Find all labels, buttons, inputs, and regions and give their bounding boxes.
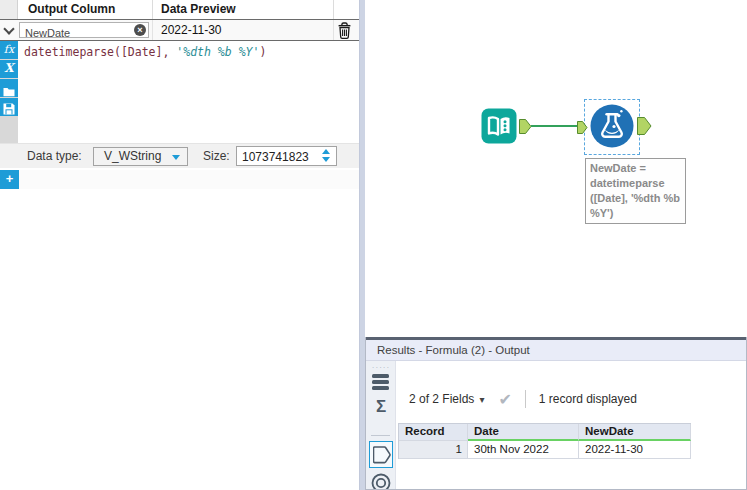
alteryx-designer-window: Output Column Data Preview × 2022-11-30 (0, 0, 747, 490)
datatype-value: V_WString (104, 149, 161, 163)
record-count-label: 1 record displayed (539, 392, 637, 406)
fields-dropdown[interactable]: 2 of 2 Fields (409, 392, 474, 406)
grip-dots-icon[interactable]: ····· (366, 363, 396, 372)
data-preview-value: 2022-11-30 (161, 20, 222, 40)
formula-code: datetimeparse([Date], '%dth %b %Y') (24, 45, 266, 59)
formula-code-head: datetimeparse([Date], (24, 45, 176, 59)
results-panel: Results - Formula (2) - Output ····· Σ (365, 337, 747, 490)
open-saved-expression-button[interactable] (0, 79, 18, 97)
config-grid-header: Output Column Data Preview (0, 0, 360, 20)
size-input[interactable] (237, 148, 313, 166)
tool-annotation[interactable]: NewDate = datetimeparse ([Date], '%dth %… (585, 158, 686, 224)
input-tool-output-anchor[interactable] (519, 119, 532, 138)
formula-tool[interactable] (589, 103, 635, 153)
functions-button[interactable]: fx (0, 41, 18, 59)
concentric-circles-icon (371, 473, 391, 490)
row-separator (152, 20, 153, 40)
record-number-cell: 1 (399, 441, 468, 459)
delete-expression-button[interactable] (337, 22, 352, 43)
profile-sigma-button[interactable]: Σ (366, 397, 396, 417)
trash-icon (337, 22, 352, 39)
output-column-field[interactable]: × (19, 22, 149, 38)
stepper-up-icon[interactable] (322, 149, 330, 154)
input-data-tool[interactable] (481, 108, 517, 148)
column-header-record[interactable]: Record (399, 424, 468, 441)
chevron-down-icon[interactable]: ▾ (479, 394, 484, 405)
column-header-newdate[interactable]: NewDate (579, 424, 691, 441)
results-icon-rail: ····· Σ (366, 361, 396, 490)
input-anchor-icon (577, 121, 588, 134)
clear-icon[interactable]: × (134, 24, 146, 36)
size-field[interactable] (236, 146, 337, 166)
save-icon (3, 103, 15, 115)
row-separator (333, 20, 334, 40)
table-header-row: Record Date NewDate (399, 424, 691, 441)
formula-tool-input-anchor[interactable] (577, 120, 588, 138)
datatype-select[interactable]: V_WString (93, 147, 188, 166)
stepper-down-icon[interactable] (322, 157, 330, 162)
formula-config-panel: Output Column Data Preview × 2022-11-30 (0, 0, 360, 490)
output-anchor-icon (637, 117, 652, 135)
x-variable-icon: X (4, 61, 13, 75)
chevron-down-icon (172, 155, 180, 160)
formula-expression-row[interactable]: × 2022-11-30 (0, 20, 360, 41)
size-label: Size: (203, 144, 230, 169)
output-column-input[interactable] (20, 26, 128, 40)
apply-check-icon[interactable]: ✔ (498, 390, 511, 409)
grid-corner-cell (0, 0, 18, 19)
newdate-cell: 2022-11-30 (579, 441, 691, 459)
table-row[interactable]: 1 30th Nov 2022 2022-11-30 (399, 441, 691, 459)
bars-icon (372, 374, 389, 378)
toolbar-separator (525, 390, 526, 408)
header-separator (333, 0, 334, 19)
connection-line[interactable] (531, 125, 580, 127)
add-expression-row (19, 170, 360, 189)
metadata-view-button[interactable] (371, 473, 391, 490)
results-toolbar: 2 of 2 Fields ▾ ✔ 1 record displayed (409, 389, 637, 409)
chevron-down-icon[interactable] (3, 23, 14, 34)
variables-button[interactable]: X (0, 60, 18, 78)
formula-expression-editor[interactable]: datetimeparse([Date], '%dth %b %Y') (18, 41, 359, 143)
sigma-icon: Σ (376, 397, 386, 416)
datatype-label: Data type: (27, 144, 82, 169)
folder-icon (3, 87, 15, 97)
pentagon-icon (373, 445, 391, 465)
add-expression-button[interactable]: + (0, 170, 19, 189)
date-cell: 30th Nov 2022 (468, 441, 579, 459)
table-view-button[interactable] (372, 374, 389, 392)
data-preview-header: Data Preview (161, 0, 236, 19)
results-content: 2 of 2 Fields ▾ ✔ 1 record displayed Rec… (397, 361, 747, 490)
output-column-header: Output Column (28, 0, 115, 19)
column-header-date[interactable]: Date (468, 424, 579, 441)
header-separator (152, 0, 153, 19)
formula-code-string: '%dth %b %Y' (176, 45, 259, 59)
workflow-canvas[interactable]: NewDate = datetimeparse ([Date], '%dth %… (365, 0, 747, 337)
formula-code-tail: ) (259, 45, 266, 59)
fx-icon: fx (4, 43, 14, 56)
results-panel-title: Results - Formula (2) - Output (366, 340, 746, 361)
input-data-icon (481, 108, 517, 144)
rail-divider (371, 435, 390, 436)
datatype-row: Data type: V_WString Size: (0, 143, 360, 168)
data-view-button-selected[interactable] (369, 441, 393, 468)
results-table: Record Date NewDate 1 30th Nov 2022 2022… (398, 423, 691, 459)
formula-tool-output-anchor[interactable] (637, 117, 652, 139)
size-stepper[interactable] (319, 148, 335, 164)
save-expression-button[interactable] (0, 98, 18, 116)
formula-tool-icon (589, 103, 635, 149)
